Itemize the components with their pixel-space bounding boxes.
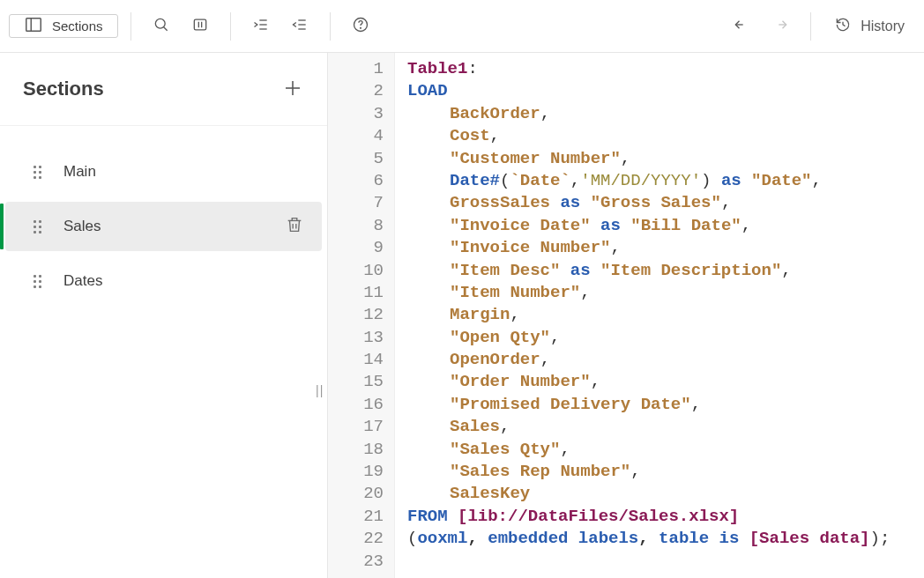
section-label: Main: [63, 163, 304, 181]
sections-toggle-button[interactable]: Sections: [9, 14, 118, 38]
history-icon: [834, 16, 852, 37]
add-section-button[interactable]: [278, 74, 308, 104]
undo-icon: [733, 16, 750, 36]
section-item-main[interactable]: Main: [5, 147, 322, 196]
search-icon: [153, 16, 170, 36]
separator: [810, 12, 811, 41]
svg-point-14: [360, 27, 361, 28]
sidebar: Sections MainSalesDates: [0, 53, 328, 578]
sidebar-title: Sections: [23, 78, 104, 100]
line-gutter: 1234567891011121314151617181920212223: [328, 53, 395, 578]
indent-icon: [252, 16, 270, 36]
comment-button[interactable]: [183, 9, 218, 44]
toolbar: Sections History: [0, 0, 924, 53]
svg-rect-4: [194, 19, 205, 30]
indent-button[interactable]: [243, 9, 279, 44]
sidebar-header: Sections: [0, 53, 327, 126]
panel-icon: [24, 15, 43, 37]
delete-icon[interactable]: [285, 215, 304, 239]
help-button[interactable]: [343, 9, 378, 44]
separator: [130, 12, 131, 41]
section-item-dates[interactable]: Dates: [5, 256, 322, 306]
search-button[interactable]: [144, 9, 179, 44]
code-editor[interactable]: 1234567891011121314151617181920212223 Ta…: [328, 53, 924, 578]
toolbar-left: Sections: [9, 9, 378, 44]
plus-icon: [282, 78, 303, 101]
section-item-sales[interactable]: Sales: [5, 202, 322, 251]
history-button[interactable]: History: [823, 9, 915, 44]
comment-icon: [191, 16, 209, 36]
code-area[interactable]: Table1:LOADBackOrder,Cost,"Customer Numb…: [395, 53, 924, 578]
sections-toggle-label: Sections: [52, 19, 103, 33]
redo-icon: [771, 16, 789, 36]
svg-line-3: [163, 27, 167, 31]
outdent-icon: [291, 16, 309, 36]
section-label: Dates: [63, 272, 304, 290]
main: Sections MainSalesDates || 1234567891011…: [0, 53, 924, 578]
undo-button[interactable]: [724, 9, 759, 44]
toolbar-right: History: [724, 9, 915, 44]
svg-point-2: [155, 19, 165, 28]
section-label: Sales: [63, 218, 285, 235]
splitter-handle[interactable]: ||: [316, 383, 324, 397]
section-list: MainSalesDates: [0, 126, 327, 311]
help-icon: [352, 16, 369, 36]
svg-rect-0: [26, 19, 41, 32]
redo-button[interactable]: [763, 9, 798, 44]
separator: [330, 12, 331, 41]
outdent-button[interactable]: [282, 9, 317, 44]
separator: [230, 12, 231, 41]
history-label: History: [861, 19, 905, 34]
